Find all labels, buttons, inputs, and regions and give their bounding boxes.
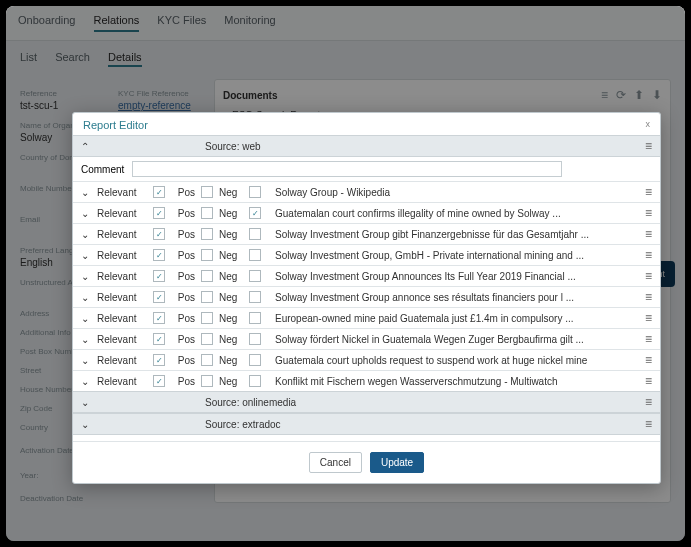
result-title[interactable]: Solway Investment Group, GmbH - Private … bbox=[275, 250, 639, 261]
row-menu-icon[interactable]: ≡ bbox=[645, 290, 652, 304]
relevant-checkbox[interactable]: ✓ bbox=[153, 228, 165, 240]
comment-input[interactable] bbox=[132, 161, 562, 177]
source-onlinemedia-label: Source: onlinemedia bbox=[205, 397, 645, 408]
neg-checkbox[interactable] bbox=[249, 228, 261, 240]
neg-checkbox[interactable] bbox=[249, 312, 261, 324]
pos-checkbox[interactable] bbox=[201, 354, 213, 366]
row-menu-icon[interactable]: ≡ bbox=[645, 248, 652, 262]
result-title[interactable]: Solway Investment Group Announces Its Fu… bbox=[275, 271, 639, 282]
relevant-label: Relevant bbox=[97, 334, 147, 345]
pos-label: Pos bbox=[171, 313, 195, 324]
collapse-icon[interactable]: ⌃ bbox=[81, 141, 95, 152]
neg-label: Neg bbox=[219, 229, 243, 240]
result-row: ⌄Relevant✓PosNegGuatemala court upholds … bbox=[73, 349, 660, 370]
relevant-checkbox[interactable]: ✓ bbox=[153, 291, 165, 303]
expand-row-icon[interactable]: ⌄ bbox=[81, 187, 91, 198]
pos-checkbox[interactable] bbox=[201, 228, 213, 240]
relevant-label: Relevant bbox=[97, 376, 147, 387]
result-title[interactable]: Konflikt mit Fischern wegen Wasserversch… bbox=[275, 376, 639, 387]
update-button[interactable]: Update bbox=[370, 452, 424, 473]
cancel-button[interactable]: Cancel bbox=[309, 452, 362, 473]
menu-icon[interactable]: ≡ bbox=[645, 417, 652, 431]
expand-row-icon[interactable]: ⌄ bbox=[81, 355, 91, 366]
pos-checkbox[interactable] bbox=[201, 249, 213, 261]
pos-checkbox[interactable] bbox=[201, 270, 213, 282]
relevant-label: Relevant bbox=[97, 292, 147, 303]
neg-checkbox[interactable] bbox=[249, 354, 261, 366]
pos-label: Pos bbox=[171, 334, 195, 345]
pos-checkbox[interactable] bbox=[201, 333, 213, 345]
source-onlinemedia-bar: ⌄ Source: onlinemedia ≡ bbox=[73, 391, 660, 413]
pos-label: Pos bbox=[171, 229, 195, 240]
neg-label: Neg bbox=[219, 334, 243, 345]
relevant-checkbox[interactable]: ✓ bbox=[153, 312, 165, 324]
result-row: ⌄Relevant✓PosNegSolway fördert Nickel in… bbox=[73, 328, 660, 349]
menu-icon[interactable]: ≡ bbox=[645, 139, 652, 153]
expand-row-icon[interactable]: ⌄ bbox=[81, 250, 91, 261]
row-menu-icon[interactable]: ≡ bbox=[645, 227, 652, 241]
result-row: ⌄Relevant✓PosNegSolway Group - Wikipedia… bbox=[73, 181, 660, 202]
menu-icon[interactable]: ≡ bbox=[645, 395, 652, 409]
pos-checkbox[interactable] bbox=[201, 207, 213, 219]
row-menu-icon[interactable]: ≡ bbox=[645, 332, 652, 346]
expand-icon[interactable]: ⌄ bbox=[81, 419, 95, 430]
result-row: ⌄Relevant✓PosNegSolway Investment Group … bbox=[73, 286, 660, 307]
expand-row-icon[interactable]: ⌄ bbox=[81, 334, 91, 345]
neg-checkbox[interactable] bbox=[249, 270, 261, 282]
relevant-checkbox[interactable]: ✓ bbox=[153, 354, 165, 366]
neg-checkbox[interactable]: ✓ bbox=[249, 207, 261, 219]
result-title[interactable]: Solway Group - Wikipedia bbox=[275, 187, 639, 198]
row-menu-icon[interactable]: ≡ bbox=[645, 311, 652, 325]
neg-checkbox[interactable] bbox=[249, 291, 261, 303]
relevant-checkbox[interactable]: ✓ bbox=[153, 186, 165, 198]
pos-checkbox[interactable] bbox=[201, 291, 213, 303]
row-menu-icon[interactable]: ≡ bbox=[645, 353, 652, 367]
result-row: ⌄Relevant✓PosNegSolway Investment Group … bbox=[73, 265, 660, 286]
pos-label: Pos bbox=[171, 271, 195, 282]
neg-checkbox[interactable] bbox=[249, 375, 261, 387]
result-row: ⌄Relevant✓PosNegKonflikt mit Fischern we… bbox=[73, 370, 660, 391]
neg-checkbox[interactable] bbox=[249, 249, 261, 261]
expand-row-icon[interactable]: ⌄ bbox=[81, 313, 91, 324]
pos-label: Pos bbox=[171, 250, 195, 261]
result-title[interactable]: Solway fördert Nickel in Guatemala Wegen… bbox=[275, 334, 639, 345]
expand-row-icon[interactable]: ⌄ bbox=[81, 376, 91, 387]
expand-icon[interactable]: ⌄ bbox=[81, 397, 95, 408]
relevant-checkbox[interactable]: ✓ bbox=[153, 270, 165, 282]
expand-row-icon[interactable]: ⌄ bbox=[81, 292, 91, 303]
relevant-checkbox[interactable]: ✓ bbox=[153, 249, 165, 261]
neg-checkbox[interactable] bbox=[249, 333, 261, 345]
relevant-label: Relevant bbox=[97, 271, 147, 282]
neg-checkbox[interactable] bbox=[249, 186, 261, 198]
result-title[interactable]: Solway Investment Group gibt Finanzergeb… bbox=[275, 229, 639, 240]
result-title[interactable]: Guatemalan court confirms illegality of … bbox=[275, 208, 639, 219]
expand-row-icon[interactable]: ⌄ bbox=[81, 271, 91, 282]
relevant-checkbox[interactable]: ✓ bbox=[153, 333, 165, 345]
row-menu-icon[interactable]: ≡ bbox=[645, 269, 652, 283]
result-title[interactable]: Solway Investment Group annonce ses résu… bbox=[275, 292, 639, 303]
relevant-checkbox[interactable]: ✓ bbox=[153, 375, 165, 387]
source-web-label: Source: web bbox=[205, 141, 645, 152]
pos-checkbox[interactable] bbox=[201, 375, 213, 387]
row-menu-icon[interactable]: ≡ bbox=[645, 206, 652, 220]
pos-checkbox[interactable] bbox=[201, 312, 213, 324]
neg-label: Neg bbox=[219, 313, 243, 324]
row-menu-icon[interactable]: ≡ bbox=[645, 185, 652, 199]
relevant-label: Relevant bbox=[97, 208, 147, 219]
result-title[interactable]: European-owned mine paid Guatemala just … bbox=[275, 313, 639, 324]
close-icon[interactable]: x bbox=[646, 119, 651, 131]
row-menu-icon[interactable]: ≡ bbox=[645, 374, 652, 388]
relevant-label: Relevant bbox=[97, 187, 147, 198]
pos-label: Pos bbox=[171, 376, 195, 387]
neg-label: Neg bbox=[219, 292, 243, 303]
pos-checkbox[interactable] bbox=[201, 186, 213, 198]
expand-row-icon[interactable]: ⌄ bbox=[81, 229, 91, 240]
source-extradoc-label: Source: extradoc bbox=[205, 419, 645, 430]
relevant-label: Relevant bbox=[97, 355, 147, 366]
result-title[interactable]: Guatemala court upholds request to suspe… bbox=[275, 355, 639, 366]
relevant-label: Relevant bbox=[97, 250, 147, 261]
expand-row-icon[interactable]: ⌄ bbox=[81, 208, 91, 219]
relevant-checkbox[interactable]: ✓ bbox=[153, 207, 165, 219]
report-editor-modal: Report Editor x ⌃ Source: web ≡ Comment … bbox=[72, 112, 661, 484]
relevant-label: Relevant bbox=[97, 229, 147, 240]
